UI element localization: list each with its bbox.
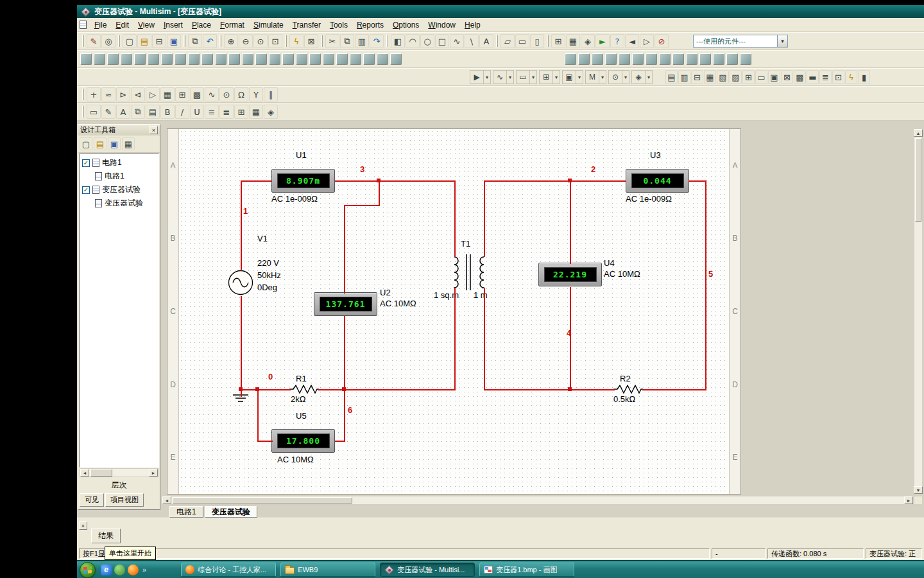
simulation-error-log-button[interactable]: ◈ ▾ [631, 70, 653, 84]
save-button[interactable]: ▣ [167, 34, 181, 48]
wire-segment[interactable] [344, 205, 380, 206]
print-button[interactable]: ⊟ [152, 34, 166, 48]
erc-check-button[interactable]: ⊠ [304, 34, 318, 48]
net-number-label[interactable]: 3 [360, 164, 364, 174]
in-use-component-slot[interactable] [377, 53, 388, 65]
grapher-button[interactable]: ▣ ▾ [562, 70, 583, 84]
in-use-component-slot[interactable] [350, 53, 361, 65]
toolbox-save-button[interactable]: ▣ [108, 137, 121, 150]
in-use-component-slot[interactable] [228, 53, 240, 65]
misc-digital-group-button[interactable]: ▩ [190, 87, 204, 101]
wire-segment[interactable] [241, 180, 242, 270]
meter-mode-label[interactable]: AC 1e-009Ω [626, 194, 672, 204]
zoom-probe-button[interactable]: ◎ [101, 34, 116, 48]
multimeter-u2[interactable]: 137.761 [314, 292, 377, 316]
multimeter-u3[interactable]: 0.044 [626, 169, 689, 193]
in-use-component-slot[interactable] [646, 53, 657, 65]
new-file-button[interactable]: ▢ [123, 34, 137, 48]
redo-button[interactable]: ↷ [370, 34, 384, 48]
multimeter-u1[interactable]: 8.907m [271, 169, 335, 193]
wizard-button[interactable]: ✎ [87, 34, 101, 48]
electromechanical-group-button[interactable]: ∥ [264, 87, 278, 101]
internet-explorer-icon[interactable]: e [101, 565, 112, 575]
wire-segment[interactable] [335, 180, 379, 182]
logic-converter-button[interactable]: ⊠ [781, 70, 793, 84]
toolbox-tab[interactable]: 可见 [80, 493, 104, 507]
in-use-component-slot[interactable] [80, 53, 92, 65]
ac-voltage-source-symbol[interactable] [228, 270, 253, 295]
component-ref-label[interactable]: U1 [296, 150, 307, 160]
task-forum-window[interactable]: 综合讨论 - 工控人家... [181, 563, 276, 577]
scroll-left-icon[interactable]: ◄ [162, 496, 171, 504]
group-annotation-button[interactable]: ⊞ [234, 105, 248, 119]
zoom-full-button[interactable]: ⊙ [253, 34, 268, 48]
dropdown-arrow-icon[interactable]: ▾ [552, 71, 560, 83]
in-use-component-slot[interactable] [309, 53, 321, 65]
toolbar-grip[interactable] [219, 35, 221, 47]
wire-segment[interactable] [241, 389, 291, 390]
multimeter-u5[interactable]: 17.800 [271, 429, 335, 453]
junction-dot[interactable] [255, 387, 259, 391]
in-use-component-slot[interactable] [565, 53, 576, 65]
word-generator-button[interactable]: ▭ [755, 70, 767, 84]
circuit-sheet[interactable]: ABCDE ABCDE 8.907m U1 AC 1e-009Ω 0.044 U… [167, 128, 741, 495]
component-ref-label[interactable]: V1 [257, 234, 268, 243]
select-annotation-button[interactable]: ▭ [87, 105, 101, 119]
in-use-component-slot[interactable] [323, 53, 334, 65]
multimeter-instrument-button[interactable]: ▤ [665, 70, 678, 84]
toolbar-grip[interactable] [118, 35, 120, 47]
page-setup-button[interactable]: ▯ [530, 34, 544, 48]
zoom-out-button[interactable]: ⊖ [239, 34, 253, 48]
meter-mode-label[interactable]: AC 1e-009Ω [271, 194, 318, 204]
toolbox-tab[interactable]: 项目视图 [105, 493, 144, 507]
tree-item-circuit1-sheet[interactable]: 电路1 [80, 170, 158, 183]
undo-button[interactable]: ↶ [203, 34, 217, 48]
order-button[interactable]: ◈ [264, 105, 278, 119]
in-use-component-slot[interactable] [592, 53, 603, 65]
tree-item-transformer-test-sheet[interactable]: 变压器试验 [80, 197, 158, 210]
menu-item[interactable]: Edit [111, 19, 133, 31]
in-use-component-slot[interactable] [255, 53, 267, 65]
wire-segment[interactable] [454, 288, 456, 390]
wire-segment[interactable] [335, 441, 345, 442]
scroll-right-icon[interactable]: ► [904, 496, 913, 504]
menu-item[interactable]: Help [460, 19, 485, 31]
transformer-secondary-label[interactable]: 1 m [474, 290, 488, 300]
in-use-component-slot[interactable] [578, 53, 590, 65]
underline-button[interactable]: U [190, 105, 204, 119]
component-ref-label[interactable]: T1 [461, 239, 470, 249]
meter-mode-label[interactable]: AC 10MΩ [604, 269, 640, 279]
in-use-component-slot[interactable] [242, 53, 253, 65]
wire-segment[interactable] [484, 389, 615, 390]
in-use-component-slot[interactable] [215, 53, 227, 65]
toolbar-grip[interactable] [82, 35, 84, 47]
tab-results[interactable]: 结果 [91, 529, 121, 543]
close-spreadsheet-button[interactable]: × [79, 521, 87, 530]
in-use-list-combobox[interactable]: ---使用的元件--- ▾ [693, 35, 788, 48]
in-use-component-slot[interactable] [713, 53, 724, 65]
wire-segment[interactable] [241, 180, 271, 182]
menu-item[interactable]: Format [216, 19, 249, 31]
toolbar-grip[interactable] [386, 35, 388, 47]
scroll-down-icon[interactable]: ▼ [914, 486, 923, 494]
bold-button[interactable]: B [160, 105, 175, 119]
sheet-tab-circuit1[interactable]: 电路1 [169, 506, 203, 518]
multimeter-u4[interactable]: 22.219 [538, 263, 602, 286]
resistor-value-label[interactable]: 2kΩ [291, 394, 305, 404]
in-use-component-slot[interactable] [699, 53, 711, 65]
grid-toggle-button[interactable]: ▦ [249, 105, 263, 119]
cmos-group-button[interactable]: ⊞ [175, 87, 189, 101]
wire-segment[interactable] [484, 288, 485, 390]
wire-segment[interactable] [454, 180, 456, 257]
toolbar-grip[interactable] [82, 106, 84, 118]
hierarchy-button[interactable]: ⊞ [551, 34, 565, 48]
wattmeter-button[interactable]: ⊟ [691, 70, 703, 84]
junction-dot[interactable] [568, 387, 572, 391]
align-center-button[interactable]: ≣ [219, 105, 234, 119]
menu-item[interactable]: Options [388, 19, 424, 31]
menu-item[interactable]: Reports [352, 19, 388, 31]
in-use-component-slot[interactable] [605, 53, 617, 65]
distortion-analyzer-button[interactable]: ▬ [807, 70, 819, 84]
in-use-component-slot[interactable] [686, 53, 697, 65]
bode-plotter-button[interactable]: ▨ [730, 70, 742, 84]
